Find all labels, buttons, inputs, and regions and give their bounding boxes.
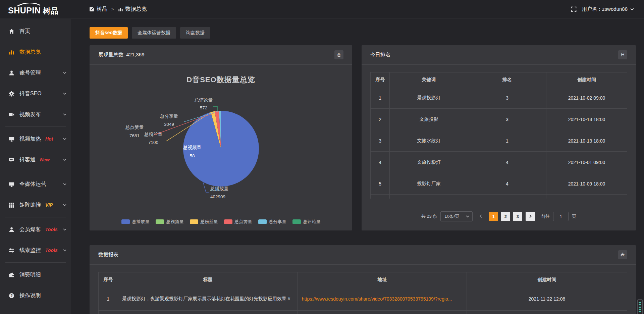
table-header-cell: 序号	[99, 272, 118, 287]
chevron-down-icon	[63, 228, 66, 231]
breadcrumb-current-label: 数据总览	[125, 6, 147, 13]
page-size-select[interactable]: 10条/页	[440, 211, 473, 221]
breadcrumb-separator: >	[111, 7, 114, 12]
table-cell: 4	[371, 152, 390, 173]
goto-page-input[interactable]	[553, 212, 569, 221]
table-cell: 5	[371, 173, 390, 195]
user-menu[interactable]: 用户名：zswodun88	[582, 6, 634, 12]
pie-label-line	[213, 106, 217, 111]
sidebar-menu: 首页数据总览账号管理抖音SEO视频发布视频加热Hot抖客通New全媒体运营矩阵助…	[0, 21, 71, 306]
sidebar-divider	[5, 126, 66, 127]
legend-item-3[interactable]: 总点赞量	[224, 219, 252, 225]
table-cell: 3	[371, 130, 390, 152]
float-widget[interactable]	[637, 299, 643, 314]
sidebar-item-2[interactable]: 账号管理	[0, 62, 71, 83]
table-cell: 文旅投影灯	[390, 152, 468, 173]
pie-chart[interactable]: 总播放量402909总视频量58总粉丝量7100总点赞量7681总分享量3049…	[90, 65, 352, 211]
table-cell: 景观投影灯	[390, 87, 468, 109]
legend-label: 总播放量	[132, 219, 150, 225]
sidebar-divider	[5, 262, 66, 263]
legend-item-2[interactable]: 总粉丝量	[190, 219, 218, 225]
sidebar-item-4[interactable]: 视频发布	[0, 104, 71, 125]
breadcrumb-root[interactable]: 树品	[89, 6, 107, 13]
sidebar-item-7[interactable]: 抖客通New	[0, 149, 71, 170]
sidebar: 首页数据总览账号管理抖音SEO视频发布视频加热Hot抖客通New全媒体运营矩阵助…	[0, 19, 71, 314]
tab-2[interactable]: 询盘数据	[180, 27, 210, 39]
page-button-1[interactable]: 1	[489, 212, 498, 221]
total-badge-button[interactable]: 总	[334, 50, 343, 59]
goto-label: 前往	[541, 213, 550, 219]
legend-label: 总视频量	[166, 219, 184, 225]
report-url-link[interactable]: https://www.iesdouyin.com/share/video/70…	[302, 296, 452, 302]
sidebar-item-label: 全媒体运营	[19, 181, 46, 188]
table-row[interactable]: 1景观投影灯32021-10-02 09:00	[371, 87, 627, 109]
fullscreen-icon[interactable]	[571, 6, 577, 12]
sidebar-item-label: 会员爆客	[19, 226, 41, 233]
sidebar-item-0[interactable]: 首页	[0, 21, 71, 42]
page-size-value: 10条/页	[444, 213, 459, 219]
sidebar-item-1[interactable]: 数据总览	[0, 42, 71, 62]
sidebar-item-13[interactable]: 线索监控Tools	[0, 240, 71, 261]
page-button-3[interactable]: 3	[513, 212, 522, 221]
table-row[interactable]: 4文旅投影灯42021-10-01 09:00	[371, 152, 627, 173]
ranking-table: 序号关键词排名创建时间1景观投影灯32021-10-02 09:002文旅投影3…	[370, 72, 627, 199]
legend-item-4[interactable]: 总分享量	[258, 219, 286, 225]
table-badge-button[interactable]: 表	[618, 250, 627, 259]
breadcrumb-current[interactable]: 数据总览	[118, 6, 147, 13]
sidebar-item-9[interactable]: 全媒体运营	[0, 174, 71, 195]
home-icon	[9, 29, 14, 34]
next-page-button[interactable]	[526, 212, 535, 221]
total-count: 共 23 条	[421, 213, 437, 219]
table-row[interactable]: 3文旅水纹灯12021-10-13 18:00	[371, 130, 627, 152]
sidebar-item-6[interactable]: 视频加热Hot	[0, 128, 71, 149]
bar-chart-icon	[118, 7, 123, 12]
sidebar-item-16[interactable]: ?操作说明	[0, 285, 71, 306]
sidebar-item-label: 首页	[19, 28, 30, 35]
table-row[interactable]: 5投影灯厂家42021-10-09 18:00	[371, 173, 627, 195]
ranking-panel-header: 今日排名 日	[362, 45, 636, 65]
sidebar-item-label: 线索监控	[19, 247, 41, 254]
chevron-down-icon	[63, 113, 66, 116]
legend-item-5[interactable]: 总评论量	[292, 219, 321, 225]
wallet-icon	[9, 272, 14, 278]
pie-label-value: 7681	[129, 133, 140, 138]
sidebar-divider	[5, 172, 66, 172]
sidebar-item-10[interactable]: 矩阵助推VIP	[0, 195, 71, 215]
table-row[interactable]: 1景观投影灯，夜游景观投影灯厂家展示展示落花灯在花园里的灯光投影应用效果 #ht…	[99, 287, 627, 311]
breadcrumb-root-label: 树品	[97, 6, 107, 13]
legend-item-1[interactable]: 总视频量	[156, 219, 184, 225]
table-row-partial	[371, 195, 627, 199]
pie-label-value: 7100	[148, 140, 158, 145]
sidebar-item-12[interactable]: 会员爆客Tools	[0, 219, 71, 240]
chevron-down-icon	[63, 158, 66, 161]
video-icon	[9, 112, 14, 117]
legend-item-0[interactable]: 总播放量	[121, 219, 150, 225]
pie-label-name: 总粉丝量	[144, 132, 162, 137]
sidebar-divider	[5, 217, 66, 217]
report-table: 序号标题地址创建时间1景观投影灯，夜游景观投影灯厂家展示展示落花灯在花园里的灯光…	[98, 272, 627, 314]
table-row[interactable]: 2文旅投影32021-10-13 18:00	[371, 109, 627, 130]
sidebar-item-3[interactable]: 抖音SEO	[0, 83, 71, 104]
table-cell: 2021-10-02 09:00	[546, 87, 627, 109]
table-cell: 文旅水纹灯	[390, 130, 468, 152]
sidebar-badge: Tools	[45, 248, 58, 253]
prev-page-button[interactable]	[476, 212, 485, 221]
chevron-down-icon	[63, 71, 66, 74]
table-header-cell: 序号	[371, 72, 390, 87]
logo[interactable]: SHUPIN 树品	[0, 3, 71, 16]
table-header-cell: 标题	[118, 272, 298, 287]
chevron-left-icon	[479, 214, 483, 219]
breadcrumb: 树品 > 数据总览	[89, 6, 147, 13]
sidebar-item-label: 数据总览	[19, 49, 41, 56]
tab-0[interactable]: 抖音seo数据	[90, 27, 128, 39]
svg-text:?: ?	[10, 294, 12, 298]
grid-icon	[9, 202, 14, 208]
page-button-2[interactable]: 2	[501, 212, 510, 221]
day-badge-button[interactable]: 日	[618, 50, 627, 59]
table-cell: 1	[99, 287, 118, 311]
tab-1[interactable]: 全媒体运营数据	[132, 27, 176, 39]
sidebar-item-15[interactable]: 消费明细	[0, 264, 71, 285]
table-cell: 3	[468, 87, 546, 109]
select-chevron-icon	[466, 214, 469, 219]
username-label: 用户名：zswodun88	[582, 6, 628, 12]
